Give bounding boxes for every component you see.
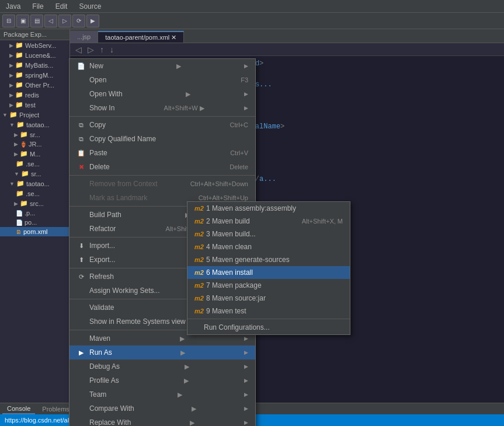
ctx-show-in[interactable]: Show In Alt+Shift+W ▶ bbox=[69, 101, 255, 115]
ctx-open-shortcut: F3 bbox=[241, 76, 248, 83]
folder-icon: 📁 bbox=[16, 180, 25, 187]
submenu-maven-build[interactable]: m2 2 Maven build Alt+Shift+X, M bbox=[187, 215, 350, 228]
ctx-delete-shortcut: Delete bbox=[230, 163, 248, 170]
toolbar-btn-2[interactable]: ▣ bbox=[16, 15, 29, 27]
submenu-maven-install[interactable]: m2 6 Maven install bbox=[187, 266, 350, 279]
folder-icon: 📁 bbox=[15, 71, 23, 79]
ctx-team[interactable]: Team ▶ bbox=[69, 387, 255, 401]
folder-icon: 📁 bbox=[16, 160, 24, 167]
tree-item-lucene[interactable]: ▶ 📁 Lucene&... bbox=[0, 50, 69, 60]
pkg-explorer-title: Package Exp... bbox=[0, 29, 69, 40]
ctx-paste-shortcut: Ctrl+V bbox=[230, 149, 248, 156]
menu-file[interactable]: File bbox=[29, 1, 47, 12]
refactor-icon bbox=[77, 224, 86, 233]
ctx-run-as-label: Run As bbox=[89, 348, 112, 357]
ctx-replace-with[interactable]: Replace With ▶ bbox=[69, 415, 255, 426]
toolbar-btn-3[interactable]: ▤ bbox=[30, 15, 43, 27]
submenu-run-configurations[interactable]: Run Configurations... bbox=[187, 320, 350, 334]
ctx-debug-as[interactable]: Debug As ▶ bbox=[69, 359, 255, 373]
ctx-open[interactable]: Open F3 bbox=[69, 73, 255, 87]
toolbar-btn-7[interactable]: ▶ bbox=[86, 15, 99, 27]
tree-item-p[interactable]: 📄 .p... bbox=[0, 208, 69, 218]
ctx-debug-as-label: Debug As bbox=[89, 362, 120, 371]
submenu-maven-source[interactable]: m2 8 Maven source:jar bbox=[187, 292, 350, 305]
ctx-open-with[interactable]: Open With ▶ bbox=[69, 87, 255, 101]
toolbar-btn-1[interactable]: ⊟ bbox=[2, 15, 15, 27]
toolbar-btn-4[interactable]: ◁ bbox=[44, 15, 57, 27]
tree-item-jr[interactable]: ▶ 🏺 JR... bbox=[0, 139, 69, 149]
menu-java[interactable]: Java bbox=[2, 1, 24, 12]
tree-item-src[interactable]: ▶ 📁 src... bbox=[0, 198, 69, 208]
submenu-maven-clean[interactable]: m2 4 Maven clean bbox=[187, 240, 350, 253]
tree-item-webserv[interactable]: ▶ 📁 WebServ... bbox=[0, 40, 69, 50]
team-icon bbox=[77, 390, 86, 399]
tree-item-m[interactable]: ▶ 📁 M... bbox=[0, 149, 69, 159]
tree-item-springm[interactable]: ▶ 📁 springM... bbox=[0, 70, 69, 80]
ctx-remove-context[interactable]: Remove from Context Ctrl+Alt+Shift+Down bbox=[69, 177, 255, 191]
tree-item-po[interactable]: 📄 po... bbox=[0, 218, 69, 227]
folder-icon: 📁 bbox=[15, 61, 23, 69]
ctx-copy-qualified[interactable]: ⧉Copy Qualified Name bbox=[69, 132, 255, 146]
tree-item-se1[interactable]: 📁 .se... bbox=[0, 159, 69, 169]
ctx-build-path-label: Build Path bbox=[89, 211, 121, 219]
tab-jsp[interactable]: ...jsp bbox=[70, 31, 98, 43]
menu-source[interactable]: Source bbox=[75, 1, 105, 12]
tab-pomxml[interactable]: taotao-parent/pom.xml ✕ bbox=[98, 31, 184, 43]
nav-down-btn[interactable]: ↓ bbox=[108, 45, 116, 54]
new-icon: 📄 bbox=[77, 61, 86, 71]
folder-icon: 📁 bbox=[15, 91, 23, 99]
editor-tabs: ...jsp taotao-parent/pom.xml ✕ bbox=[70, 29, 504, 43]
tree-item-label: springM... bbox=[25, 72, 53, 79]
ctx-team-label: Team bbox=[89, 390, 106, 399]
compare-with-icon bbox=[77, 404, 86, 413]
nav-back-btn[interactable]: ◁ bbox=[74, 45, 84, 54]
ctx-copy[interactable]: ⧉Copy Ctrl+C bbox=[69, 118, 255, 132]
submenu-maven-test[interactable]: m2 9 Maven test bbox=[187, 305, 350, 317]
tree-item-taotao1[interactable]: ▼ 📁 taotao... bbox=[0, 120, 69, 130]
menu-edit[interactable]: Edit bbox=[52, 1, 71, 12]
ctx-maven-label: Maven bbox=[89, 334, 110, 343]
open-icon bbox=[77, 75, 86, 85]
ctx-run-as[interactable]: ▶Run As ▶ bbox=[69, 345, 255, 359]
tree-item-label: .se... bbox=[26, 190, 40, 197]
folder-icon: 📁 bbox=[15, 81, 23, 89]
tree-item-label: Other Pr... bbox=[25, 82, 54, 89]
nav-up-btn[interactable]: ↑ bbox=[98, 45, 106, 54]
ctx-refactor-label: Refactor bbox=[89, 225, 116, 233]
menu-bar: Java File Edit Source bbox=[0, 0, 504, 13]
tree-item-sr2[interactable]: ▼ 📁 sr... bbox=[0, 169, 69, 179]
tree-item-redis[interactable]: ▶ 📁 redis bbox=[0, 90, 69, 100]
submenu-maven-build-dots[interactable]: m2 3 Maven build... bbox=[187, 228, 350, 240]
toolbar-btn-5[interactable]: ▷ bbox=[58, 15, 71, 27]
copy-icon: ⧉ bbox=[77, 120, 86, 130]
tree-item-other[interactable]: ▶ 📁 Other Pr... bbox=[0, 80, 69, 90]
ctx-new[interactable]: 📄New ▶ bbox=[69, 59, 255, 73]
ctx-profile-as[interactable]: Profile As ▶ bbox=[69, 373, 255, 387]
tree-arrow: ▶ bbox=[14, 201, 18, 207]
folder-icon: 📁 bbox=[21, 170, 29, 177]
submenu-maven-assembly[interactable]: m2 1 Maven assembly:assembly bbox=[187, 202, 350, 215]
tree-item-label: Project bbox=[19, 111, 39, 118]
toolbar-btn-6[interactable]: ⟳ bbox=[72, 15, 85, 27]
tree-item-se2[interactable]: 📁 .se... bbox=[0, 188, 69, 198]
tree-item-project[interactable]: ▼ 📁 Project bbox=[0, 110, 69, 120]
tree-item-label: WebServ... bbox=[25, 42, 56, 49]
ctx-compare-with[interactable]: Compare With ▶ bbox=[69, 401, 255, 415]
tree-arrow: ▶ bbox=[9, 82, 13, 88]
ctx-delete[interactable]: ✖Delete Delete bbox=[69, 160, 255, 174]
bottom-tab-console[interactable]: Console bbox=[2, 404, 35, 414]
ctx-paste-label: Paste bbox=[89, 149, 107, 157]
tree-item-pomxml[interactable]: 🗎 pom.xml bbox=[0, 227, 69, 236]
tree-item-sr[interactable]: ▶ 📁 sr... bbox=[0, 130, 69, 139]
submenu-maven-generate[interactable]: m2 5 Maven generate-sources bbox=[187, 253, 350, 266]
submenu-maven-package[interactable]: m2 7 Maven package bbox=[187, 279, 350, 292]
tree-item-taotao2[interactable]: ▼ 📁 taotao... bbox=[0, 179, 69, 188]
tree-item-test[interactable]: ▶ 📁 test bbox=[0, 100, 69, 110]
ctx-paste[interactable]: 📋Paste Ctrl+V bbox=[69, 146, 255, 160]
ctx-sep2 bbox=[69, 175, 255, 176]
m2-badge: m2 bbox=[194, 205, 204, 212]
ctx-validate-label: Validate bbox=[89, 303, 114, 312]
tree-item-mybatis[interactable]: ▶ 📁 MyBatis... bbox=[0, 60, 69, 70]
nav-forward-btn[interactable]: ▷ bbox=[86, 45, 96, 54]
tree-arrow: ▼ bbox=[14, 171, 19, 177]
